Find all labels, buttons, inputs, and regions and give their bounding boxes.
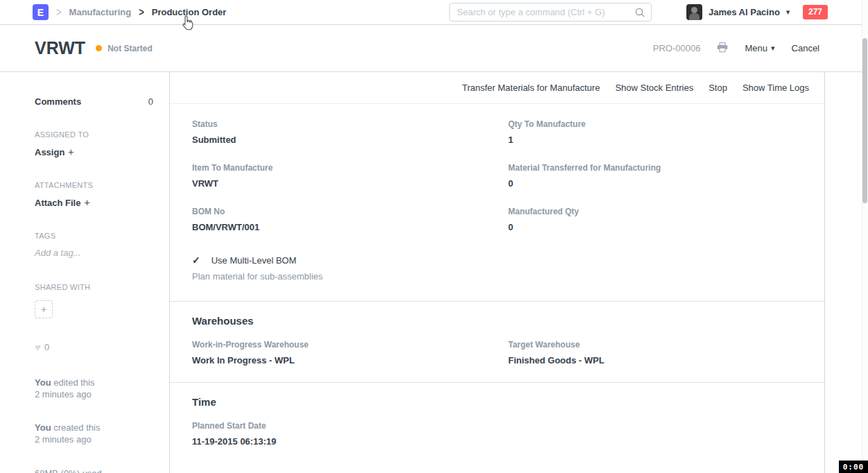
attachments-heading: ATTACHMENTS xyxy=(35,181,153,189)
checkbox-description: Plan material for sub-assemblies xyxy=(192,271,802,282)
field-value: 0 xyxy=(508,178,802,189)
comments-count: 0 xyxy=(148,96,153,107)
field-qty-to-manufacture: Qty To Manufacture 1 xyxy=(508,119,802,145)
breadcrumb-item-manufacturing[interactable]: Manufacturing xyxy=(69,7,132,17)
page-head: VRWT Not Started PRO-00006 Menu ▾ Cancel xyxy=(0,25,868,72)
scrollbar-thumb[interactable] xyxy=(862,38,867,203)
share-add-button[interactable]: + xyxy=(35,300,53,318)
doc-id: PRO-00006 xyxy=(653,43,701,53)
sidebar-item-comments[interactable]: Comments 0 xyxy=(35,96,153,107)
field-label: Material Transferred for Manufacturing xyxy=(508,163,802,173)
field-value: 11-19-2015 06:13:19 xyxy=(192,436,508,447)
status-text: Not Started xyxy=(107,44,153,53)
attach-file-label: Attach File xyxy=(35,198,80,208)
section-title: Time xyxy=(192,396,802,408)
heart-icon[interactable]: ♥ xyxy=(35,341,41,353)
field-label: BOM No xyxy=(192,207,508,216)
field-label: Target Warehouse xyxy=(508,340,802,350)
field-value: 1 xyxy=(508,135,802,145)
field-value: VRWT xyxy=(192,178,508,189)
field-planned-start-date: Planned Start Date 11-19-2015 06:13:19 xyxy=(192,421,508,447)
transfer-materials-button[interactable]: Transfer Materials for Manufacture xyxy=(462,83,600,93)
field-bom-no: BOM No BOM/VRWT/001 xyxy=(192,207,508,232)
use-multi-level-bom-checkbox[interactable]: ✓ Use Multi-Level BOM xyxy=(192,255,802,266)
field-value: BOM/VRWT/001 xyxy=(192,222,508,232)
print-icon xyxy=(717,42,728,53)
field-material-transferred: Material Transferred for Manufacturing 0 xyxy=(508,163,802,189)
section-warehouses: Warehouses Work-in-Progress Warehouse Wo… xyxy=(170,301,824,382)
attach-file-button[interactable]: Attach File+ xyxy=(35,197,153,208)
scrollbar-track[interactable] xyxy=(862,0,868,473)
activity-action: created this xyxy=(53,422,100,433)
tags-heading: TAGS xyxy=(35,232,153,240)
activity-when: 2 minutes ago xyxy=(35,388,153,400)
field-value: Submitted xyxy=(192,135,508,145)
fields-grid: Status Submitted Qty To Manufacture 1 It… xyxy=(192,119,802,250)
navbar: E > Manufacturing > Production Order Jam… xyxy=(0,0,868,25)
field-label: Status xyxy=(192,119,508,129)
form-area: Transfer Materials for Manufacture Show … xyxy=(170,72,825,473)
field-value: Work In Progress - WPL xyxy=(192,355,508,366)
field-item-to-manufacture: Item To Manufacture VRWT xyxy=(192,163,508,189)
sidebar: Comments 0 ASSIGNED TO Assign+ ATTACHMEN… xyxy=(0,72,170,473)
assign-button[interactable]: Assign+ xyxy=(35,146,153,157)
plus-icon: + xyxy=(84,197,89,208)
stop-button[interactable]: Stop xyxy=(709,83,727,93)
search-icon xyxy=(635,8,645,17)
like-row: ♥ 0 xyxy=(35,341,153,353)
menu-label: Menu xyxy=(745,43,767,53)
field-wip-warehouse: Work-in-Progress Warehouse Work In Progr… xyxy=(192,340,508,366)
print-button[interactable] xyxy=(717,42,728,55)
section-time: Time Planned Start Date 11-19-2015 06:13… xyxy=(170,382,824,463)
field-label: Work-in-Progress Warehouse xyxy=(192,340,508,350)
breadcrumb-item-production-order[interactable]: Production Order xyxy=(152,7,227,17)
shared-with-heading: SHARED WITH xyxy=(35,283,153,291)
activity-edited: You edited this 2 minutes ago xyxy=(35,377,153,400)
avatar xyxy=(686,4,702,20)
activity-created: You created this 2 minutes ago xyxy=(35,422,153,445)
field-value: 0 xyxy=(508,222,802,232)
show-time-logs-button[interactable]: Show Time Logs xyxy=(743,83,809,93)
activity-actor: You xyxy=(35,377,51,388)
breadcrumb-chevron-icon: > xyxy=(56,6,62,19)
breadcrumb: E > Manufacturing > Production Order xyxy=(33,0,226,24)
search-input[interactable] xyxy=(450,7,635,17)
field-label: Planned Start Date xyxy=(192,421,508,431)
form-toolbar: Transfer Materials for Manufacture Show … xyxy=(170,72,824,104)
field-label: Manufactured Qty xyxy=(508,207,802,216)
notification-badge[interactable]: 277 xyxy=(803,5,828,19)
activity-actor: You xyxy=(35,422,51,433)
field-manufactured-qty: Manufactured Qty 0 xyxy=(508,207,802,232)
field-label: Qty To Manufacture xyxy=(508,119,802,129)
comments-label: Comments xyxy=(35,96,81,107)
add-tag-input[interactable]: Add a tag... xyxy=(35,248,153,258)
field-value: Finished Goods - WPL xyxy=(508,355,802,366)
storage-usage: 68MB (0%) used xyxy=(35,468,153,473)
activity-when: 2 minutes ago xyxy=(35,433,153,445)
chevron-down-icon: ▾ xyxy=(771,44,775,53)
global-search xyxy=(449,3,652,22)
app-logo[interactable]: E xyxy=(33,4,49,20)
assign-label: Assign xyxy=(35,147,64,157)
status-dot-icon xyxy=(96,45,102,51)
page-title: VRWT xyxy=(35,38,85,58)
cancel-button[interactable]: Cancel xyxy=(792,43,819,53)
plus-icon: + xyxy=(41,304,46,315)
field-label: Item To Manufacture xyxy=(192,163,508,173)
like-count: 0 xyxy=(44,342,49,352)
checkbox-label: Use Multi-Level BOM xyxy=(211,255,297,266)
user-name: James Al Pacino xyxy=(709,7,780,17)
field-target-warehouse: Target Warehouse Finished Goods - WPL xyxy=(508,340,802,366)
plus-icon: + xyxy=(68,146,73,157)
check-icon: ✓ xyxy=(192,255,200,266)
recording-timer: 0:00 xyxy=(839,461,868,473)
menu-button[interactable]: Menu ▾ xyxy=(745,43,774,53)
chevron-down-icon: ▾ xyxy=(786,8,790,17)
status-badge: Not Started xyxy=(96,44,153,53)
show-stock-entries-button[interactable]: Show Stock Entries xyxy=(615,83,693,93)
assigned-to-heading: ASSIGNED TO xyxy=(35,130,153,139)
section-title: Warehouses xyxy=(192,315,802,327)
breadcrumb-chevron-icon: > xyxy=(139,6,144,19)
activity-action: edited this xyxy=(53,377,94,388)
user-menu[interactable]: James Al Pacino ▾ xyxy=(686,0,790,24)
